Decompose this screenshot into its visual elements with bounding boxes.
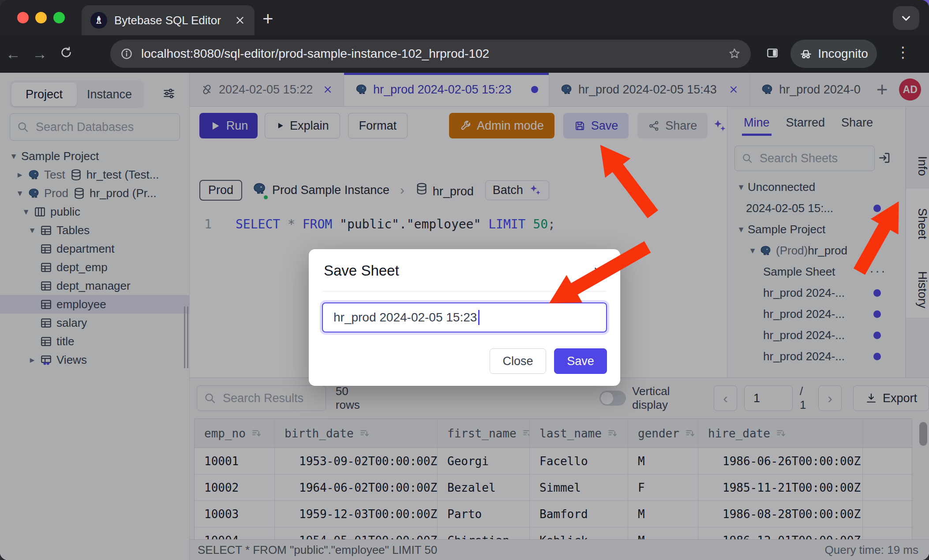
sheet-name-value: hr_prod 2024-02-05 15:23 (333, 310, 477, 325)
reload-button[interactable] (53, 45, 79, 63)
save-sheet-dialog: Save Sheet hr_prod 2024-02-05 15:23 Clos… (309, 249, 620, 386)
chevron-down-icon (899, 11, 913, 25)
browser-window: ♗ Bytebase SQL Editor + ← → localhost:80… (0, 0, 929, 560)
browser-tab-title: Bytebase SQL Editor (114, 14, 227, 27)
reload-icon (60, 46, 73, 59)
back-button[interactable]: ← (0, 45, 26, 63)
screenshot: ♗ Bytebase SQL Editor + ← → localhost:80… (0, 0, 929, 560)
tab-close-icon[interactable] (234, 15, 246, 26)
dialog-close-button[interactable]: Close (490, 348, 546, 374)
dialog-close-icon[interactable] (592, 265, 605, 278)
address-bar[interactable]: localhost:8080/sql-editor/prod-sample-in… (110, 40, 751, 68)
text-caret (478, 310, 479, 325)
tab-search-button[interactable] (893, 6, 919, 30)
traffic-light-zoom[interactable] (53, 12, 65, 23)
dialog-divider (323, 291, 606, 291)
traffic-light-close[interactable] (17, 12, 29, 23)
bytebase-favicon: ♗ (90, 12, 107, 29)
forward-button[interactable]: → (26, 45, 53, 63)
sheet-name-input[interactable]: hr_prod 2024-02-05 15:23 (322, 302, 607, 332)
dialog-save-button[interactable]: Save (554, 348, 607, 374)
site-info-icon[interactable] (120, 47, 133, 60)
browser-tab[interactable]: ♗ Bytebase SQL Editor (82, 5, 255, 35)
side-panel-icon[interactable] (766, 46, 779, 60)
bytebase-sql-editor-page: Project Instance ▾Sample Project▸Testhr_… (0, 73, 929, 560)
url-text[interactable]: localhost:8080/sql-editor/prod-sample-in… (141, 47, 720, 61)
browser-menu-button[interactable]: ⋮ (895, 43, 910, 61)
browser-titlebar: ♗ Bytebase SQL Editor + (0, 0, 929, 35)
incognito-badge: Incognito (790, 40, 877, 68)
incognito-label: Incognito (818, 47, 868, 61)
bookmark-star-icon[interactable] (728, 47, 741, 60)
traffic-light-minimize[interactable] (35, 12, 47, 23)
new-tab-button[interactable]: + (262, 10, 273, 28)
dialog-title: Save Sheet (324, 262, 399, 279)
spy-icon (799, 47, 813, 60)
